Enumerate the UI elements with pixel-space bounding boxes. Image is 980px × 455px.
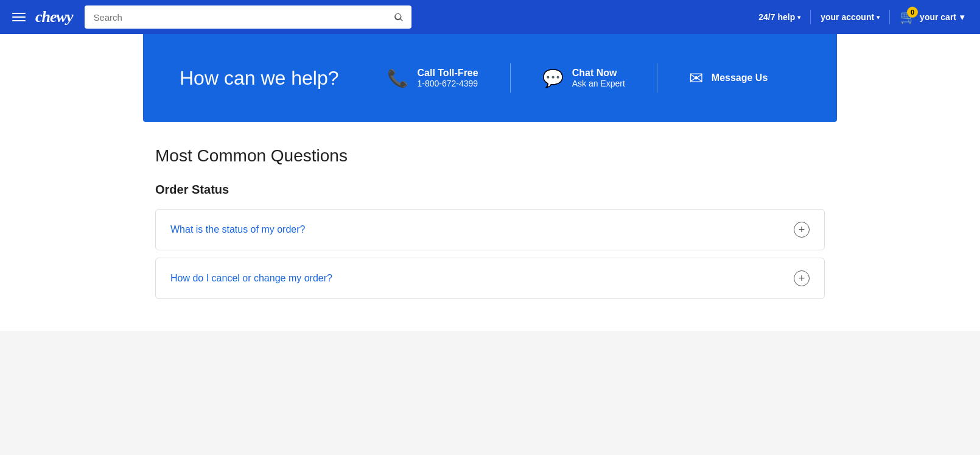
search-wrapper [85,5,411,29]
search-button[interactable] [386,5,411,29]
chat-line2: Ask an Expert [572,79,625,88]
hero-divider-2 [657,63,657,93]
main-content: Most Common Questions Order Status What … [143,122,837,331]
faq-toggle-2[interactable]: + [794,270,810,286]
hamburger-menu[interactable] [10,10,28,24]
section-title: Most Common Questions [155,146,825,166]
hero-divider-1 [510,63,511,93]
cart-label: your cart [920,12,956,22]
call-line2: 1-800-672-4399 [417,79,478,88]
account-label: your account [821,12,874,22]
nav-divider-2 [889,10,890,24]
hero-title: How can we help? [180,67,338,90]
navbar-links: 24/7 help ▾ your account ▾ 🛒 0 your cart… [752,5,970,29]
help-link[interactable]: 24/7 help ▾ [752,9,807,26]
faq-question-2: How do I cancel or change my order? [170,273,332,284]
search-icon [393,12,404,23]
chat-action[interactable]: 💬 Chat Now Ask an Expert [513,68,654,88]
cart-badge: 0 [907,7,918,18]
help-chevron-icon: ▾ [797,14,800,21]
help-label: 24/7 help [758,12,795,22]
navbar: chewy 24/7 help ▾ your account ▾ 🛒 0 you… [0,0,980,34]
nav-divider-1 [810,10,811,24]
faq-item-2[interactable]: How do I cancel or change my order? + [155,258,825,299]
account-link[interactable]: your account ▾ [814,9,886,26]
message-action[interactable]: ✉ Message Us [660,68,797,88]
faq-item-1[interactable]: What is the status of my order? + [155,209,825,250]
hero-actions: 📞 Call Toll-Free 1-800-672-4399 💬 Chat N… [387,63,800,93]
hero-band: How can we help? 📞 Call Toll-Free 1-800-… [143,34,837,122]
account-chevron-icon: ▾ [877,14,880,21]
chat-icon: 💬 [542,68,564,88]
chewy-logo[interactable]: chewy [35,8,72,26]
message-text: Message Us [712,72,768,83]
cart-chevron-icon: ▾ [960,12,964,22]
call-action[interactable]: 📞 Call Toll-Free 1-800-672-4399 [387,68,507,88]
chat-line1: Chat Now [572,68,625,79]
cart-link[interactable]: 🛒 0 your cart ▾ [894,5,970,29]
faq-toggle-1[interactable]: + [794,222,810,238]
call-line1: Call Toll-Free [417,68,478,79]
phone-icon: 📞 [387,68,408,88]
chat-text: Chat Now Ask an Expert [572,68,625,88]
faq-question-1: What is the status of my order? [170,224,305,235]
message-line1: Message Us [712,72,768,83]
order-status-title: Order Status [155,183,825,197]
call-text: Call Toll-Free 1-800-672-4399 [417,68,478,88]
search-input[interactable] [85,5,411,29]
message-icon: ✉ [689,68,703,88]
